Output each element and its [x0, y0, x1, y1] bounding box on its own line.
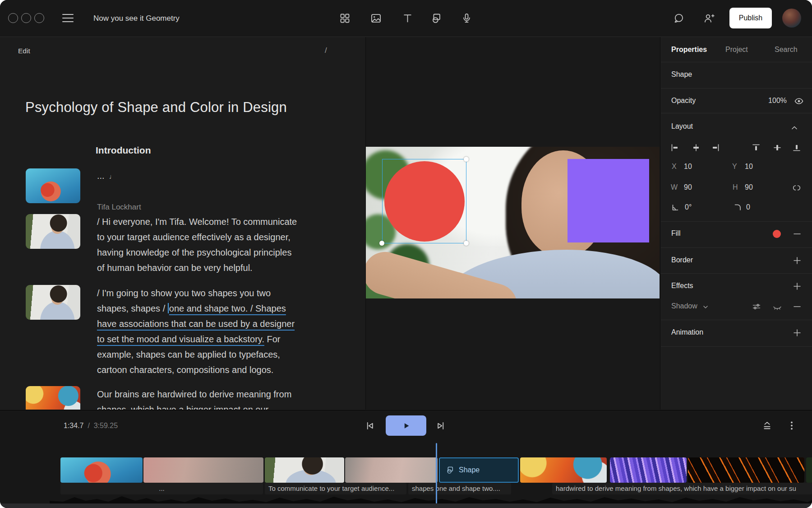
align-top-icon[interactable]	[751, 143, 761, 153]
slash-command-hint: /	[325, 46, 327, 55]
total-time: 3:59.25	[94, 422, 118, 429]
timeline-clip-blur-1[interactable]	[143, 457, 263, 483]
timeline-clip-pool[interactable]	[60, 457, 143, 483]
play-button[interactable]	[386, 415, 426, 436]
fill-remove-minus-icon[interactable]	[792, 228, 803, 239]
w-value[interactable]: 90	[684, 183, 692, 191]
timeline-panel: 1:34.7 / 3:59.25 Shape ... T	[0, 410, 812, 508]
tab-project[interactable]: Project	[725, 46, 748, 54]
selection-handle-bottom-left[interactable]	[379, 241, 384, 246]
timeline-clip-fluid[interactable]	[610, 457, 687, 483]
align-bottom-icon[interactable]	[792, 143, 802, 153]
y-value[interactable]: 10	[745, 163, 753, 171]
effects-label: Effects	[671, 282, 693, 290]
x-label: X	[672, 163, 677, 171]
edit-label: Edit	[18, 47, 30, 55]
animation-label: Animation	[671, 328, 703, 336]
media-image-icon[interactable]	[370, 12, 382, 24]
effects-add-plus-icon[interactable]	[792, 281, 803, 292]
opacity-label: Opacity	[671, 97, 696, 105]
align-center-vertical-icon[interactable]	[772, 143, 782, 153]
shape-clip-icon	[445, 466, 454, 475]
timeline-clip-blur-2[interactable]	[345, 457, 438, 483]
record-mic-icon[interactable]	[461, 12, 473, 24]
scene-thumbnail-pool[interactable]	[26, 168, 80, 203]
window-controls	[8, 13, 44, 23]
align-center-horizontal-icon[interactable]	[691, 143, 701, 153]
timeline-clip-paint[interactable]	[520, 457, 607, 483]
y-label: Y	[732, 163, 737, 171]
rotation-angle-icon	[670, 202, 680, 212]
menu-icon[interactable]	[62, 14, 74, 22]
selection-handle-bottom-right[interactable]	[464, 241, 469, 246]
selection-bounding-box[interactable]	[382, 159, 466, 243]
w-label: W	[671, 183, 678, 191]
shapes-tool-icon[interactable]	[430, 12, 442, 24]
window-close-button[interactable]	[8, 13, 18, 23]
fill-color-swatch[interactable]	[773, 230, 781, 238]
scene-thumbnail-paint[interactable]	[26, 386, 80, 410]
h-value[interactable]: 90	[745, 183, 753, 191]
timeline-clip-green-edge[interactable]	[806, 457, 812, 483]
paragraph-3[interactable]: Our brains are hardwired to derive meani…	[97, 387, 291, 410]
canvas-purple-square[interactable]	[567, 159, 649, 242]
paragraph-2[interactable]: / I'm going to show you two shapes you t…	[97, 285, 295, 378]
shadow-hidden-eye-closed-icon[interactable]	[772, 301, 783, 312]
animation-add-plus-icon[interactable]	[792, 327, 803, 338]
more-options-kebab-icon[interactable]	[787, 419, 797, 432]
user-avatar[interactable]	[782, 9, 801, 28]
layout-section-header: Layout	[671, 122, 693, 130]
add-collaborator-icon[interactable]	[703, 12, 715, 24]
text-cursor	[168, 303, 169, 313]
shape-clip-label: Shape	[459, 466, 480, 474]
align-left-icon[interactable]	[670, 143, 680, 153]
border-label: Border	[671, 256, 693, 264]
rotation-value[interactable]: 0°	[685, 203, 692, 211]
layouts-icon[interactable]	[339, 12, 351, 24]
time-display: 1:34.7 / 3:59.25	[64, 422, 118, 430]
layout-collapse-chevron-up-icon[interactable]	[790, 123, 799, 132]
scene-thumbnail-speaker-smile[interactable]	[26, 285, 80, 320]
timeline-clip-shape-selected[interactable]: Shape	[439, 457, 519, 483]
audio-gap-marker[interactable]: ...♩	[97, 171, 116, 181]
shadow-chevron-down-icon[interactable]	[702, 304, 709, 310]
comments-icon[interactable]	[673, 12, 685, 24]
corner-radius-icon	[733, 202, 743, 212]
music-note-icon: ♩	[109, 172, 116, 180]
skip-back-icon[interactable]	[364, 419, 376, 432]
tab-search[interactable]: Search	[775, 46, 798, 54]
publish-button[interactable]: Publish	[729, 8, 772, 28]
timeline-clip-speaker[interactable]	[265, 457, 344, 483]
shadow-dropdown-label[interactable]: Shadow	[671, 302, 697, 310]
tab-properties[interactable]: Properties	[671, 46, 707, 54]
border-add-plus-icon[interactable]	[792, 255, 803, 266]
selection-handle-top-right[interactable]	[464, 157, 469, 162]
window-bottom-edge	[0, 503, 812, 508]
window-zoom-button[interactable]	[34, 13, 44, 23]
shadow-remove-minus-icon[interactable]	[792, 301, 803, 312]
timeline-clip-lava[interactable]	[688, 457, 804, 483]
fill-label: Fill	[671, 229, 680, 238]
audio-waveform	[50, 493, 812, 503]
opacity-value[interactable]: 100%	[761, 97, 787, 105]
app-window: Now you see it Geometry Publish Edit / P…	[0, 0, 812, 508]
current-time: 1:34.7	[64, 422, 83, 429]
text-tool-icon[interactable]	[401, 12, 414, 24]
window-minimize-button[interactable]	[21, 13, 31, 23]
constrain-proportions-link-icon[interactable]	[791, 182, 802, 193]
x-value[interactable]: 10	[684, 163, 692, 171]
title-bar: Now you see it Geometry Publish	[0, 0, 812, 37]
corner-radius-value[interactable]: 0	[746, 203, 750, 211]
document-title[interactable]: Psychology of Shape and Color in Design	[25, 99, 287, 116]
scene-thumbnail-speaker-wave[interactable]	[26, 214, 80, 249]
paragraph-1[interactable]: / Hi everyone, I'm Tifa. Welcome! To com…	[97, 214, 297, 275]
align-right-icon[interactable]	[710, 143, 720, 153]
speaker-name[interactable]: Tifa Lockhart	[97, 203, 141, 212]
skip-forward-icon[interactable]	[434, 419, 447, 432]
section-heading[interactable]: Introduction	[96, 145, 151, 156]
playhead[interactable]	[436, 443, 437, 503]
shadow-settings-sliders-icon[interactable]	[751, 301, 762, 312]
opacity-visibility-eye-icon[interactable]	[794, 96, 804, 107]
project-title: Now you see it Geometry	[93, 0, 180, 37]
timeline-toggle-icon[interactable]	[761, 419, 773, 432]
